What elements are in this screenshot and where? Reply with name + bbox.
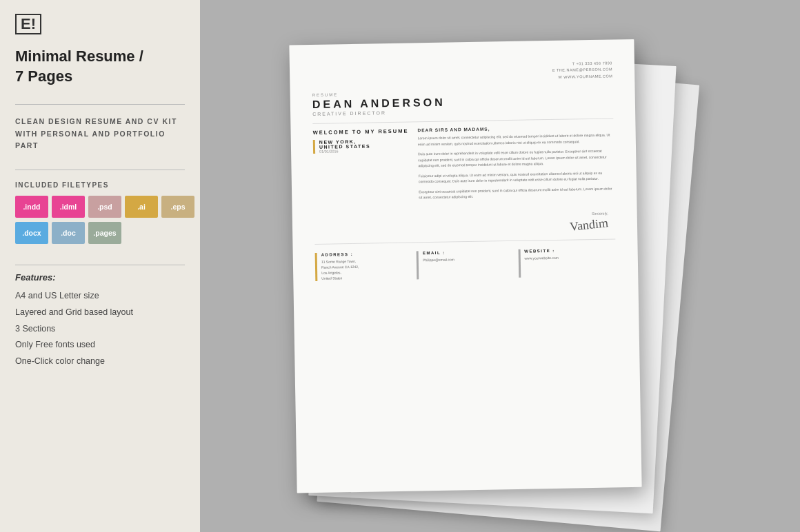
- paper-header-contact: T +01 333 456 7890 E THE.NAME@PERSON.COM…: [312, 60, 612, 85]
- location-block: NEW YORK, UNITED STATES 01/01/2016: [313, 139, 410, 154]
- feature-item: 3 Sections: [15, 321, 185, 338]
- feature-item: Layered and Grid based layout: [15, 305, 185, 321]
- divider-3: [15, 265, 185, 265]
- address-label: ADDRESS :: [321, 251, 412, 256]
- sincerely-text: Sincerely,: [419, 211, 608, 218]
- filetypes-row1: .indd .idml .psd .ai .eps: [15, 196, 185, 218]
- paper-intro: Lorem ipsum dolor sit amet, consectetur …: [418, 132, 614, 147]
- features-list: A4 and US Letter size Layered and Grid b…: [15, 288, 185, 370]
- badge-ai: .ai: [125, 196, 158, 218]
- location-state: UNITED STATES: [319, 144, 370, 150]
- paper-divider-2: [314, 238, 615, 245]
- badge-doc: .doc: [52, 222, 85, 244]
- filetypes-label: INCLUDED FILETYPES: [15, 181, 185, 189]
- badge-psd: .psd: [88, 196, 121, 218]
- signature-area: Sincerely, Vandim: [419, 211, 615, 235]
- address-text: 11 Some Range Town,Ranch Avenue CA 1242,…: [321, 257, 413, 280]
- badge-docx: .docx: [15, 222, 48, 244]
- divider-2: [15, 170, 185, 170]
- signature: Vandim: [569, 216, 609, 234]
- feature-item: Only Free fonts used: [15, 337, 185, 354]
- paper-body-1: Duis aute irure dolor in reprehenderit i…: [418, 147, 614, 168]
- paper-right-col: DEAR SIRS AND MADAMS, Lorem ipsum dolor …: [417, 124, 615, 234]
- accent-bar: [313, 140, 315, 154]
- email-block: EMAIL : Philippe@email.com: [417, 249, 514, 278]
- email-label: EMAIL :: [423, 249, 514, 254]
- badge-indd: .indd: [15, 196, 48, 218]
- paper-body-2: Fuisicetur adipi ut volupta aliqua. Ut e…: [419, 170, 614, 185]
- logo: E!: [15, 14, 41, 34]
- main-area: T +01 333 456 7890 E THE.NAME@PERSON.COM…: [200, 0, 800, 532]
- divider-1: [15, 104, 185, 105]
- location-date: 01/01/2016: [319, 149, 370, 154]
- product-subtitle: CLEAN DESIGN RESUME AND CV KIT WITH PERS…: [15, 116, 185, 152]
- badge-idml: .idml: [52, 196, 85, 218]
- paper-divider: [312, 118, 613, 124]
- product-title: Minimal Resume /7 Pages: [15, 47, 185, 86]
- badge-pages: .pages: [88, 222, 121, 244]
- website-label: WEBSITE :: [524, 247, 615, 253]
- badge-eps: .eps: [161, 196, 194, 218]
- features-section: Features: A4 and US Letter size Layered …: [15, 265, 185, 370]
- sidebar: E! Minimal Resume /7 Pages CLEAN DESIGN …: [0, 0, 200, 532]
- paper-front: T +01 333 456 7890 E THE.NAME@PERSON.COM…: [289, 39, 641, 493]
- paper-dear: DEAR SIRS AND MADAMS,: [417, 124, 613, 132]
- feature-item: A4 and US Letter size: [15, 288, 185, 305]
- paper-left-col: WELCOME TO MY RESUME NEW YORK, UNITED ST…: [313, 128, 412, 237]
- feature-item: One-Click color change: [15, 354, 185, 370]
- paper-body-3: Excepteur sint occaecat cupidatat non pr…: [419, 185, 614, 201]
- website-block: WEBSITE : www.yourwebsite.com: [518, 247, 616, 277]
- filetypes-row2: .docx .doc .pages: [15, 222, 185, 244]
- website-text: www.yourwebsite.com: [524, 254, 615, 260]
- email-text: Philippe@email.com: [423, 255, 514, 262]
- paper-bottom: ADDRESS : 11 Some Range Town,Ranch Avenu…: [315, 247, 617, 281]
- address-block: ADDRESS : 11 Some Range Town,Ranch Avenu…: [315, 251, 413, 280]
- welcome-heading: WELCOME TO MY RESUME: [313, 128, 410, 136]
- paper-body: WELCOME TO MY RESUME NEW YORK, UNITED ST…: [313, 124, 616, 236]
- paper-stack: T +01 333 456 7890 E THE.NAME@PERSON.COM…: [300, 42, 686, 511]
- paper-name-section: RESUME DEAN ANDERSON CREATIVE DIRECTOR: [312, 85, 614, 116]
- features-heading: Features:: [15, 272, 185, 283]
